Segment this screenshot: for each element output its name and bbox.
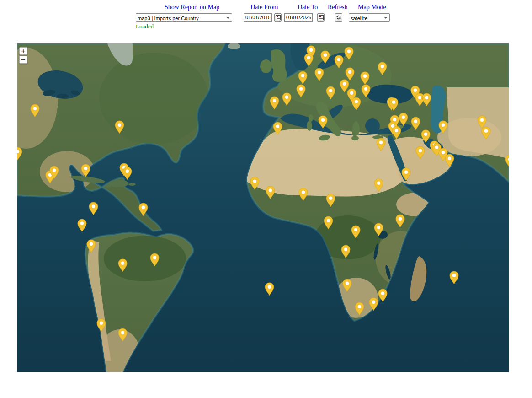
map-marker[interactable] — [118, 258, 128, 272]
map-marker[interactable] — [30, 104, 40, 118]
map-marker[interactable] — [273, 122, 282, 135]
zoom-out-button[interactable]: − — [19, 56, 27, 64]
map-marker[interactable] — [392, 126, 401, 140]
map-marker[interactable] — [355, 302, 364, 316]
report-select-wrap: map3 | Imports per Country — [136, 13, 232, 22]
map-marker[interactable] — [395, 214, 405, 228]
status-text: Loaded — [136, 23, 154, 30]
map-marker[interactable] — [86, 239, 96, 253]
map-marker[interactable] — [326, 86, 335, 100]
map-marker[interactable] — [81, 164, 90, 177]
report-select[interactable]: map3 | Imports per Country — [136, 15, 232, 22]
map-marker[interactable] — [411, 117, 420, 130]
map-marker[interactable] — [320, 50, 330, 64]
date-to-input[interactable] — [284, 13, 313, 22]
map-marker[interactable] — [298, 71, 308, 85]
map-marker[interactable] — [342, 279, 352, 292]
map-marker[interactable] — [481, 126, 491, 140]
map-marker[interactable] — [89, 202, 98, 215]
map-marker[interactable] — [378, 289, 388, 302]
map-marker[interactable] — [266, 186, 275, 199]
map-marker[interactable] — [324, 216, 333, 230]
map-marker[interactable] — [438, 120, 448, 134]
map-marker[interactable] — [265, 282, 274, 296]
map-marker[interactable] — [351, 225, 361, 239]
map-mode-label: Map Mode — [358, 4, 386, 11]
map-mode-select[interactable]: satellite — [349, 15, 389, 22]
map-marker[interactable] — [49, 166, 59, 179]
map-mode-select-wrap: satellite — [349, 13, 390, 22]
map-canvas[interactable]: + − — [17, 43, 509, 372]
map-marker[interactable] — [399, 113, 408, 126]
map-marker[interactable] — [96, 318, 106, 332]
calendar-icon — [319, 15, 324, 20]
map-marker[interactable] — [334, 55, 344, 69]
map-marker[interactable] — [449, 271, 459, 285]
map-marker[interactable] — [351, 97, 361, 111]
zoom-controls: + − — [19, 47, 27, 65]
map-marker[interactable] — [421, 129, 431, 143]
map-marker[interactable] — [304, 53, 314, 67]
map-marker[interactable] — [445, 154, 454, 167]
map-marker[interactable] — [401, 167, 411, 181]
map-marker[interactable] — [118, 328, 128, 342]
map-marker[interactable] — [270, 96, 279, 110]
map-marker[interactable] — [314, 68, 324, 81]
map-marker[interactable] — [378, 62, 387, 75]
map-marker[interactable] — [326, 194, 335, 207]
map-marker[interactable] — [318, 115, 328, 129]
map-marker[interactable] — [150, 253, 160, 267]
date-from-picker-button[interactable] — [274, 13, 282, 22]
map-marker[interactable] — [341, 245, 351, 258]
refresh-icon — [336, 15, 341, 20]
refresh-button[interactable] — [335, 13, 342, 22]
zoom-in-button[interactable]: + — [19, 47, 27, 55]
date-to-label: Date To — [298, 4, 318, 11]
date-from-input[interactable] — [244, 13, 272, 22]
map-marker[interactable] — [296, 84, 306, 98]
date-to-picker-button[interactable] — [317, 13, 325, 22]
map-marker[interactable] — [415, 146, 425, 160]
map-marker[interactable] — [344, 47, 354, 60]
map-marker[interactable] — [369, 297, 378, 311]
map-marker[interactable] — [122, 167, 132, 180]
map-marker[interactable] — [298, 188, 308, 201]
map-marker[interactable] — [282, 92, 292, 106]
map-marker[interactable] — [17, 147, 22, 161]
map-marker[interactable] — [250, 177, 260, 190]
map-marker[interactable] — [361, 84, 371, 98]
show-report-label: Show Report on Map — [165, 4, 219, 11]
date-from-label: Date From — [250, 4, 278, 11]
map-marker[interactable] — [77, 219, 87, 232]
map-marker[interactable] — [422, 93, 431, 107]
map-marker[interactable] — [115, 120, 124, 134]
map-marker[interactable] — [374, 223, 383, 237]
map-marker[interactable] — [389, 97, 399, 111]
map-marker[interactable] — [374, 178, 383, 192]
map-marker[interactable] — [138, 203, 148, 216]
calendar-icon — [276, 15, 281, 20]
refresh-label: Refresh — [328, 4, 348, 11]
map-marker[interactable] — [505, 155, 509, 168]
map-marker[interactable] — [376, 138, 386, 151]
map-marker[interactable] — [360, 71, 370, 85]
